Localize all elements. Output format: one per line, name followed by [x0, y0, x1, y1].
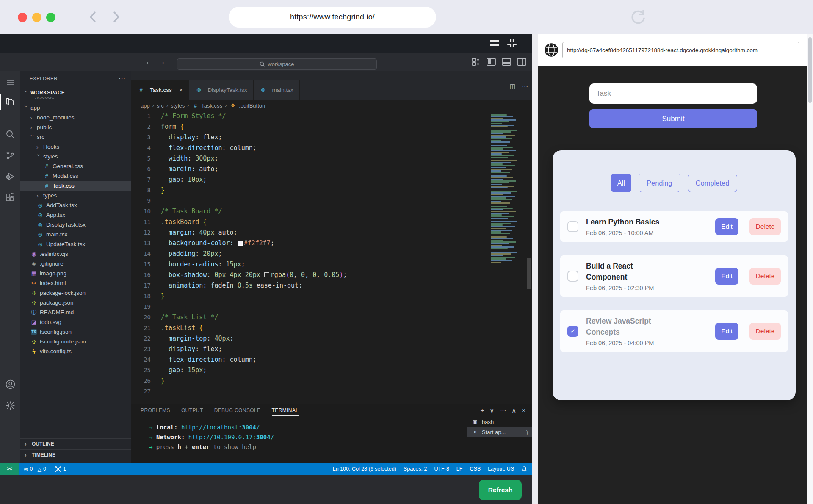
account-icon[interactable] [0, 375, 20, 393]
explorer-item--gitignore[interactable]: ◈.gitignore [20, 259, 131, 269]
code-line[interactable]: 25 gap: 15px; [131, 365, 532, 376]
task-checkbox[interactable]: ✓ [567, 326, 578, 337]
status-item-lf[interactable]: LF [456, 466, 463, 472]
split-editor-icon[interactable]: ◫ [510, 83, 516, 90]
explorer-item-styles[interactable]: ›styles [20, 152, 131, 161]
breadcrumb-item[interactable]: src [157, 102, 164, 109]
minimize-window-button[interactable] [32, 13, 41, 22]
explorer-item-tsconfig-node-json[interactable]: {}tsconfig.node.json [20, 337, 131, 346]
explorer-item-addtask-tsx[interactable]: ⊛AddTask.tsx [20, 200, 131, 210]
editor-forward-icon[interactable]: → [156, 56, 167, 66]
toggle-secondary-sidebar-icon[interactable] [517, 57, 527, 67]
code-line[interactable]: 4 flex-direction: column; [131, 143, 532, 153]
explorer-actions-icon[interactable]: ⋯ [119, 74, 125, 82]
code-line[interactable]: 1/* Form Styles */ [131, 111, 532, 122]
explorer-item-vite-config-ts[interactable]: ϟvite.config.ts [20, 346, 131, 356]
remote-indicator[interactable]: >< [0, 463, 19, 475]
code-line[interactable]: 6 margin: auto; [131, 164, 532, 174]
code-line[interactable]: 12 margin: 40px auto; [131, 227, 532, 238]
collapse-view-icon[interactable] [506, 39, 517, 48]
filter-completed-button[interactable]: Completed [688, 174, 738, 192]
source-control-icon[interactable] [0, 146, 20, 165]
workspace-section[interactable]: ›WORKSPACE [20, 88, 131, 97]
settings-gear-icon[interactable] [0, 396, 20, 415]
explorer-icon[interactable] [0, 93, 20, 111]
timeline-section[interactable]: ›TIMELINE [20, 449, 131, 460]
breadcrumb-item[interactable]: app [141, 102, 150, 109]
code-line[interactable]: 18} [131, 291, 532, 302]
preview-scrollbar-thumb[interactable] [808, 37, 812, 103]
explorer-item-todo-svg[interactable]: ◪todo.svg [20, 317, 131, 327]
explorer-item-hooks[interactable]: ›Hooks [20, 142, 131, 152]
more-actions-icon[interactable]: ⋯ [522, 83, 528, 90]
status-item-css[interactable]: CSS [470, 466, 481, 472]
toggle-panel-icon[interactable] [501, 57, 512, 67]
task-input[interactable] [589, 83, 757, 104]
panel-sash[interactable] [532, 34, 538, 504]
explorer-item-app[interactable]: ›app [20, 103, 131, 113]
code-line[interactable]: 22 margin-top: 40px; [131, 333, 532, 344]
explorer-item-package-lock-json[interactable]: {}package-lock.json [20, 288, 131, 298]
terminal-dropdown-icon[interactable]: ∨ [489, 407, 494, 414]
status-item-ln[interactable]: Ln 100, Col 28 (6 selected) [333, 466, 396, 472]
notifications-bell-icon[interactable] [521, 466, 527, 472]
maximize-panel-icon[interactable]: ∧ [512, 407, 516, 414]
delete-button[interactable]: Delete [749, 218, 781, 235]
code-line[interactable]: 27 [131, 386, 532, 397]
toggle-panel-bars-icon[interactable] [489, 39, 500, 48]
code-line[interactable]: 10/* Task Board */ [131, 206, 532, 217]
extensions-icon[interactable] [0, 188, 20, 207]
code-line[interactable]: 7 gap: 10px; [131, 174, 532, 185]
toggle-sidebar-icon[interactable] [486, 57, 496, 67]
terminal-tab-debug-console[interactable]: DEBUG CONSOLE [214, 407, 261, 416]
explorer-item--eslintrc-cjs[interactable]: ◉.eslintrc.cjs [20, 249, 131, 259]
code-editor[interactable]: 1/* Form Styles */2form {3 display: flex… [131, 111, 532, 404]
status-item-utf-8[interactable]: UTF-8 [434, 466, 449, 472]
edit-button[interactable]: Edit [715, 268, 738, 285]
code-line[interactable]: 3 display: flex; [131, 132, 532, 143]
explorer-item-public[interactable]: ›public [20, 122, 131, 132]
code-line[interactable]: 14 padding: 20px; [131, 249, 532, 259]
browser-address-bar[interactable]: https://www.techgrind.io/ [229, 7, 436, 28]
new-terminal-icon[interactable]: + [481, 407, 484, 414]
explorer-item-general-css[interactable]: #General.css [20, 161, 131, 171]
code-line[interactable]: 19 [131, 302, 532, 312]
edit-button[interactable]: Edit [715, 218, 738, 235]
code-line[interactable]: 23 display: flex; [131, 344, 532, 354]
terminal-tab-terminal[interactable]: TERMINAL [272, 407, 299, 416]
close-panel-icon[interactable]: × [522, 407, 525, 414]
terminal-tab-problems[interactable]: PROBLEMS [141, 407, 170, 416]
outline-section[interactable]: ›OUTLINE [20, 438, 131, 449]
status-item-layout[interactable]: Layout: US [488, 466, 514, 472]
close-window-button[interactable] [18, 13, 27, 22]
browser-back-icon[interactable] [86, 10, 100, 24]
explorer-item-main-tsx[interactable]: ⊛main.tsx [20, 230, 131, 239]
terminal-instance-start-ap-[interactable]: ✕Start ap...) [467, 427, 532, 437]
tools-indicator[interactable]: 1 [55, 466, 66, 472]
breadcrumb-item[interactable]: ❖.editButton [229, 102, 265, 109]
code-line[interactable]: 17 animation: fadeIn 0.5s ease-in-out; [131, 280, 532, 291]
explorer-item-app-tsx[interactable]: ⊛App.tsx [20, 210, 131, 220]
errors-indicator[interactable]: ⊗0 [24, 466, 33, 472]
customize-layout-icon[interactable] [471, 57, 481, 67]
terminal-instance-bash[interactable]: ▣bash [467, 417, 532, 427]
explorer-item-node-modules[interactable]: ›node_modules [20, 113, 131, 122]
filter-all-button[interactable]: All [611, 174, 631, 192]
search-view-icon[interactable] [0, 125, 20, 144]
terminal-tab-output[interactable]: OUTPUT [181, 407, 203, 416]
code-line[interactable]: 20/* Task List */ [131, 312, 532, 323]
code-line[interactable]: 15 border-radius: 15px; [131, 259, 532, 270]
submit-button[interactable]: Submit [589, 109, 757, 128]
task-checkbox[interactable] [567, 221, 578, 232]
code-line[interactable]: 16 box-shadow: 0px 4px 20px rgba(0, 0, 0… [131, 270, 532, 280]
breadcrumb-item[interactable]: styles [171, 102, 185, 109]
explorer-item-src[interactable]: ›src [20, 132, 131, 142]
breadcrumb-item[interactable]: #Task.css [191, 102, 222, 109]
tab-task-css[interactable]: #Task.css× [131, 80, 189, 100]
code-line[interactable]: 26} [131, 376, 532, 386]
terminal-output[interactable]: → Local: http://localhost:3004/→ Network… [149, 423, 274, 452]
refresh-button[interactable]: Refresh [479, 480, 522, 500]
edit-button[interactable]: Edit [715, 323, 738, 340]
run-debug-icon[interactable] [0, 167, 20, 186]
explorer-item-modal-css[interactable]: #Modal.css [20, 171, 131, 181]
